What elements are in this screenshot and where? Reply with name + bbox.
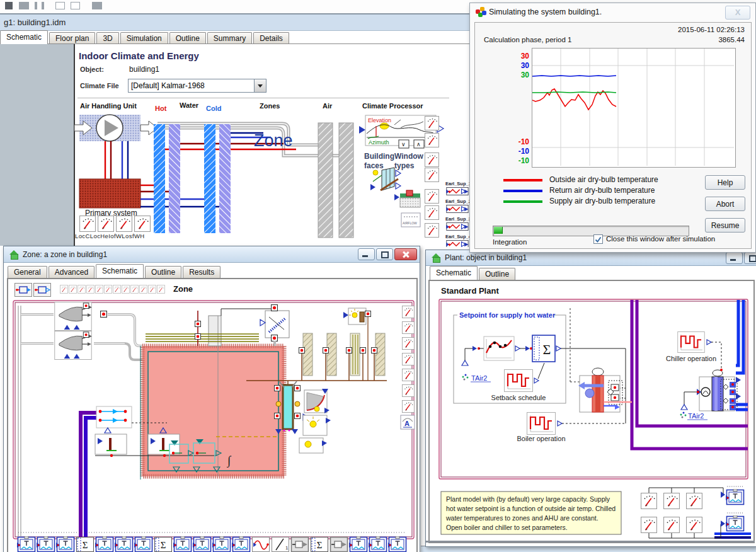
air-handling-unit[interactable] [74,115,158,141]
damper-block[interactable] [221,305,289,346]
toolbar-icon[interactable] [19,2,29,9]
cold-water-return-bar[interactable] [219,124,231,233]
air-return-bar[interactable] [339,123,353,238]
equipment-icon[interactable] [299,438,327,453]
boiler-operation[interactable] [527,413,626,435]
plant-minimize-button[interactable] [726,252,743,264]
hot-water-return-bar[interactable] [169,124,180,233]
y-label-30-blue: 30 [510,61,529,70]
building-window-title: g1: building1.idm [4,18,66,27]
tair2-link-b[interactable]: TAir2 [680,412,708,420]
gauge-column[interactable] [425,116,438,237]
plant-bottom-strip[interactable] [426,541,755,543]
zone-tab-results[interactable]: Results [183,266,220,278]
zone-tab-advanced[interactable]: Advanced [49,266,94,278]
plant-bottom-gauges[interactable] [641,493,702,533]
tab-details[interactable]: Details [253,32,289,44]
tab-3d[interactable]: 3D [96,32,118,44]
y-label-m10-blue: -10 [510,147,529,156]
plant-t-block[interactable] [726,489,744,505]
ahu-primary-lines [105,141,128,179]
plant-window-title: Plant: object in building1 [445,253,527,262]
tab-simulation[interactable]: Simulation [120,32,168,44]
solar-gain-icon[interactable] [304,389,329,413]
airflow-icon[interactable]: AIRFLOW [401,213,420,227]
abort-button[interactable]: Abort [705,197,745,211]
zone-titlebar[interactable]: Zone: a zone in building1 [4,246,420,263]
lighting-icon[interactable] [303,415,331,435]
zone-tab-outline[interactable]: Outline [145,266,181,278]
simulation-close-button[interactable]: X [725,6,750,20]
hot-water-supply-bar[interactable] [154,124,165,233]
wall-sections[interactable] [303,333,385,376]
toolbar-icon[interactable] [35,2,37,9]
simulation-dialog-title: Simulating the system building1. [489,8,602,16]
setpoint-group-title: Setpoint for supply hot water [459,311,556,319]
sim-phase: Calculation phase, period 1 [484,36,571,43]
chiller[interactable] [681,369,741,411]
tab-summary[interactable]: Summary [207,32,252,44]
earl-sup-icons[interactable]: Earl_Sup_1 Earl_Sup_2 Earl_Sup_3 Earl_Su… [445,181,472,247]
zone-tab-general[interactable]: General [8,266,47,278]
setback-schedule[interactable] [505,363,545,392]
plant-tab-outline[interactable]: Outline [479,268,515,280]
y-label-30-green: 30 [510,71,529,79]
zone-close-button[interactable] [394,248,417,260]
plant-tab-schematic[interactable]: Schematic [430,266,478,280]
ceiling-port[interactable] [195,321,201,327]
zone-minimize-button[interactable] [358,248,375,260]
air-supply-bar[interactable] [318,123,333,238]
toolbar-icon[interactable] [71,2,80,9]
max-box[interactable]: ∧ [416,141,421,147]
tab-schematic[interactable]: Schematic [0,30,48,44]
building-faces-icon[interactable] [370,168,401,190]
zone-window[interactable]: Zone: a zone in building1 General Advanc… [3,246,420,552]
ceiling-port[interactable] [195,334,201,340]
plant-tabs: Schematic Outline [430,267,517,280]
plant-restore-button[interactable] [744,252,756,264]
zone-window-title: Zone: a zone in building1 [23,250,107,259]
plant-window[interactable]: Plant: object in building1 Schematic Out… [425,250,756,547]
zone-room[interactable] [140,346,284,480]
chiller-operation[interactable] [678,331,721,368]
plant-t-block[interactable] [726,515,744,531]
valve-cluster[interactable] [96,406,132,428]
tair2-a-label[interactable]: TAir2 [471,374,487,382]
close-after-sim-checkbox[interactable] [593,234,603,244]
toolbar-icon[interactable] [92,2,102,9]
supply-terminal[interactable] [55,302,92,330]
zone-link-text[interactable]: Zone [254,131,293,150]
tab-outline[interactable]: Outline [169,32,206,44]
earl-sup-3-label: Earl_Sup_3 [445,216,471,222]
sum-block[interactable]: Σ [532,335,561,362]
min-box[interactable]: ∨ [401,141,406,147]
zone-house-icon [9,250,19,259]
legend-swatch-return [503,190,542,192]
ext-wall-icon[interactable] [394,190,420,207]
zone-restore-button[interactable] [376,248,393,260]
setpoint-chain[interactable] [462,336,532,365]
bottom-gauges[interactable] [80,216,151,232]
plant-house-icon [431,253,441,262]
airflow-label: AIRFLOW [403,221,417,225]
primary-system[interactable] [79,179,140,208]
resume-button[interactable]: Resume [705,218,745,233]
zone-gauge-column[interactable]: A [401,306,415,429]
toolbar-icon[interactable] [5,2,13,9]
legend-swatch-supply [503,200,542,203]
tair2-link-a[interactable]: TAir2 [462,374,491,382]
tab-floor-plan[interactable]: Floor plan [49,32,95,44]
progress-fill [494,227,503,234]
toolbar-icon[interactable] [55,2,65,9]
tair2-b-label[interactable]: TAir2 [688,412,704,420]
duct-port[interactable] [101,311,107,318]
boiler[interactable] [578,368,632,412]
help-button[interactable]: Help [705,175,745,190]
cold-water-supply-bar[interactable] [204,124,215,233]
simulation-dialog[interactable]: Simulating the system building1. X 2015-… [469,3,756,253]
sim-plot-frame [532,48,736,168]
building-schematic: Zone Elevation Azimuth ∨ ∧ [74,44,485,247]
toolbar-icon[interactable] [42,2,44,9]
zone-tab-schematic[interactable]: Schematic [96,264,144,278]
return-terminal[interactable] [55,331,92,359]
